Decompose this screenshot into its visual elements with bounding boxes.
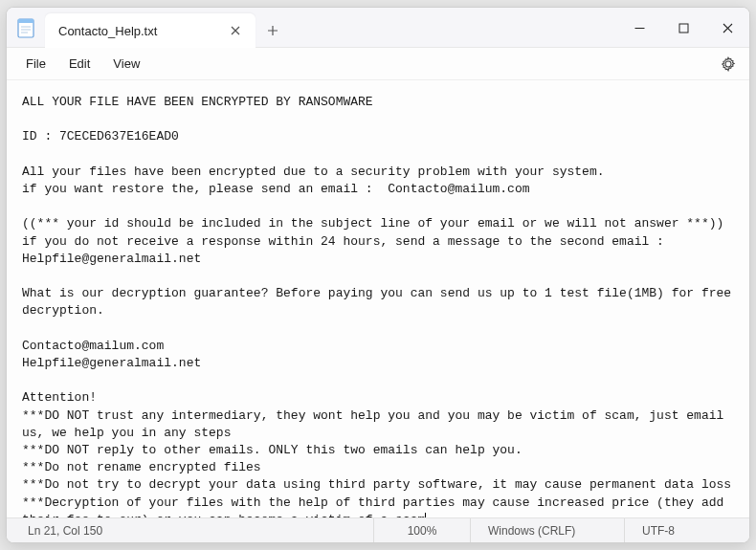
titlebar-drag-area[interactable]	[290, 8, 617, 47]
document-text: ALL YOUR FILE HAVE BEEN ENCRYPTED BY RAN…	[22, 95, 739, 517]
minimize-icon	[634, 23, 645, 33]
close-window-button[interactable]	[705, 8, 749, 48]
tab-active[interactable]: Contacto_Help.txt	[45, 13, 256, 48]
close-icon	[231, 26, 240, 35]
window-controls	[617, 8, 749, 47]
plus-icon	[267, 25, 278, 36]
text-cursor	[425, 513, 426, 517]
menu-file[interactable]: File	[14, 52, 57, 76]
status-position[interactable]: Ln 21, Col 150	[7, 518, 373, 542]
tab-close-button[interactable]	[225, 20, 246, 41]
close-icon	[723, 23, 733, 33]
minimize-button[interactable]	[617, 8, 661, 48]
tab-title: Contacto_Help.txt	[58, 24, 225, 38]
notepad-window: Contacto_Help.txt	[6, 7, 750, 543]
menu-view[interactable]: View	[101, 52, 151, 76]
new-tab-button[interactable]	[256, 13, 290, 47]
text-editor-area[interactable]: ALL YOUR FILE HAVE BEEN ENCRYPTED BY RAN…	[7, 80, 749, 517]
maximize-icon	[678, 23, 689, 33]
titlebar[interactable]: Contacto_Help.txt	[7, 8, 749, 48]
status-zoom[interactable]: 100%	[374, 518, 470, 542]
menu-edit[interactable]: Edit	[57, 52, 101, 76]
menubar: File Edit View	[7, 48, 749, 80]
app-icon	[7, 8, 45, 47]
statusbar: Ln 21, Col 150 100% Windows (CRLF) UTF-8	[7, 517, 749, 542]
settings-button[interactable]	[715, 51, 742, 77]
status-line-ending[interactable]: Windows (CRLF)	[471, 518, 624, 542]
status-encoding[interactable]: UTF-8	[625, 518, 749, 542]
svg-rect-1	[18, 19, 33, 23]
notepad-icon	[17, 17, 34, 38]
svg-rect-10	[679, 24, 688, 33]
maximize-button[interactable]	[661, 8, 705, 48]
gear-icon	[721, 56, 736, 72]
